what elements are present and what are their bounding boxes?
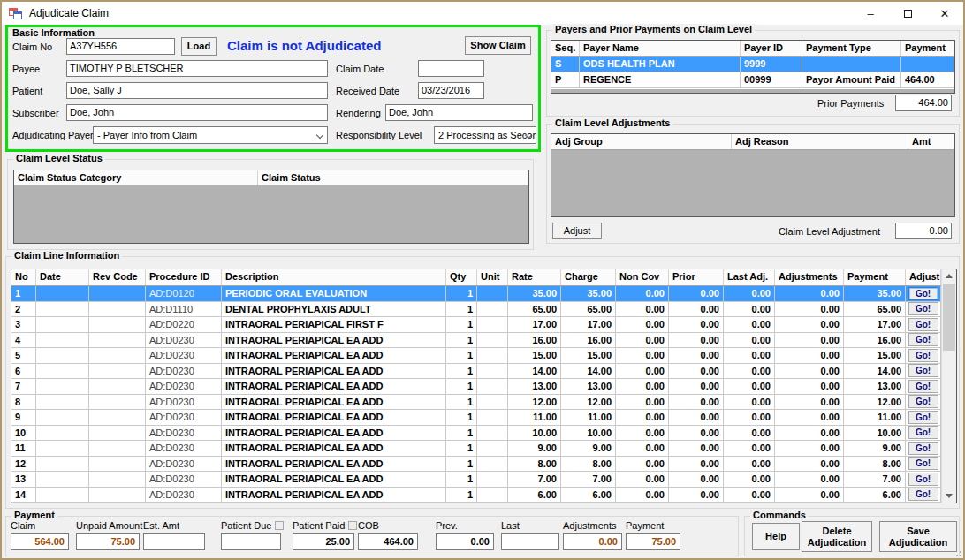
column-header[interactable]: Unit — [477, 269, 508, 285]
go-button[interactable]: Go! — [908, 349, 938, 362]
payee-input[interactable]: TIMOTHY P BLETSCHER — [66, 60, 328, 77]
delete-adjudication-button[interactable]: Delete Adjudication — [802, 521, 872, 552]
claim-line-cell — [36, 426, 89, 441]
claim-line-row[interactable]: 10AD:D0230INTRAORAL PERIAPICAL EA ADD110… — [11, 426, 941, 442]
go-button[interactable]: Go! — [908, 364, 938, 377]
scroll-up-button[interactable] — [942, 269, 956, 283]
go-button[interactable]: Go! — [908, 473, 938, 486]
maximize-button[interactable] — [889, 2, 926, 25]
responsibility-level-dropdown[interactable]: 2 Processing as Second — [434, 126, 536, 144]
show-claim-button[interactable]: Show Claim — [465, 36, 531, 55]
claim-line-row[interactable]: 2AD:D1110DENTAL PROPHYLAXIS ADULT165.006… — [11, 302, 941, 318]
column-header[interactable]: Seq. — [551, 41, 580, 56]
go-button[interactable]: Go! — [908, 442, 938, 455]
save-adjudication-button[interactable]: Save Adjudication — [879, 521, 957, 552]
column-header[interactable]: Description — [222, 269, 446, 285]
column-header[interactable]: Rev Code — [89, 269, 146, 285]
scrollbar-thumb[interactable] — [943, 284, 955, 351]
column-header[interactable]: Prior — [669, 269, 724, 285]
payment-field-input[interactable]: 25.00 — [293, 533, 354, 550]
go-button[interactable]: Go! — [908, 395, 938, 408]
column-header[interactable]: Payment Type — [802, 41, 901, 56]
checkbox-icon[interactable] — [275, 521, 284, 530]
claim-line-row[interactable]: 11AD:D0230INTRAORAL PERIAPICAL EA ADD19.… — [11, 441, 941, 457]
claim-date-input[interactable] — [418, 60, 484, 77]
payment-field-input[interactable]: 0.00 — [563, 533, 622, 550]
column-header[interactable]: No — [11, 269, 36, 285]
claim-line-row[interactable]: 12AD:D0230INTRAORAL PERIAPICAL EA ADD18.… — [11, 457, 941, 473]
payment-field-input[interactable] — [501, 533, 559, 550]
go-button[interactable]: Go! — [908, 287, 938, 300]
adjust-button[interactable]: Adjust — [552, 223, 602, 239]
claim-line-row[interactable]: 1AD:D0120PERIODIC ORAL EVALUATION135.003… — [11, 286, 941, 302]
column-header[interactable]: Claim Status Category — [14, 170, 258, 185]
column-header[interactable]: Adj Group — [551, 134, 732, 149]
adjudicating-payer-dropdown[interactable]: - Payer Info from Claim — [93, 126, 328, 144]
claim-line-cell — [477, 364, 508, 379]
column-header[interactable]: Date — [36, 269, 89, 285]
column-header[interactable]: Payer Name — [580, 41, 741, 56]
claim-line-row[interactable]: 4AD:D0230INTRAORAL PERIAPICAL EA ADD116.… — [11, 333, 941, 349]
scroll-down-button[interactable] — [942, 489, 956, 503]
payment-field-input[interactable]: 0.00 — [436, 533, 494, 550]
claim-line-row[interactable]: 6AD:D0230INTRAORAL PERIAPICAL EA ADD114.… — [11, 364, 941, 380]
claim-line-row[interactable]: 7AD:D0230INTRAORAL PERIAPICAL EA ADD113.… — [11, 379, 941, 395]
payment-field-input[interactable]: 564.00 — [11, 533, 69, 550]
patient-input[interactable]: Doe, Sally J — [66, 82, 328, 99]
claim-line-cell: INTRAORAL PERIAPICAL EA ADD — [222, 379, 446, 394]
go-button[interactable]: Go! — [908, 318, 938, 331]
column-header[interactable]: Last Adj. — [724, 269, 775, 285]
checkbox-icon[interactable] — [348, 521, 357, 530]
resize-grip-icon[interactable] — [954, 549, 961, 556]
payer-row[interactable]: SODS HEALTH PLAN9999 — [551, 57, 954, 72]
column-header[interactable]: Claim Status — [258, 170, 528, 185]
claim-line-cell: 6 — [11, 364, 36, 379]
column-header[interactable]: Payment — [901, 41, 954, 56]
go-button[interactable]: Go! — [908, 411, 938, 424]
column-header[interactable]: Payer ID — [741, 41, 802, 56]
column-header[interactable]: Amt — [908, 134, 954, 149]
payment-field-input[interactable]: 464.00 — [358, 533, 418, 550]
claim-no-input[interactable]: A37YH556 — [66, 38, 175, 55]
go-button[interactable]: Go! — [908, 488, 938, 501]
column-header[interactable]: Charge — [561, 269, 616, 285]
column-header[interactable]: Qty — [446, 269, 477, 285]
prior-payments-field[interactable]: 464.00 — [895, 95, 952, 111]
payment-field-input[interactable]: 75.00 — [76, 533, 140, 550]
column-header[interactable]: Adjust — [906, 269, 941, 285]
claim-line-row[interactable]: 8AD:D0230INTRAORAL PERIAPICAL EA ADD112.… — [11, 395, 941, 411]
go-button[interactable]: Go! — [908, 333, 938, 346]
payment-field-value: 75.00 — [110, 536, 135, 547]
load-button[interactable]: Load — [181, 37, 217, 56]
go-button[interactable]: Go! — [908, 457, 938, 470]
payment-field-input[interactable] — [221, 533, 281, 550]
payment-field-input[interactable]: 75.00 — [626, 533, 680, 550]
subscriber-input[interactable]: Doe, John — [66, 104, 328, 121]
rendering-input[interactable]: Doe, John — [385, 104, 533, 121]
claim-line-row[interactable]: 9AD:D0230INTRAORAL PERIAPICAL EA ADD111.… — [11, 410, 941, 426]
claim-line-row[interactable]: 13AD:D0230INTRAORAL PERIAPICAL EA ADD17.… — [11, 472, 941, 488]
column-header[interactable]: Procedure ID — [146, 269, 222, 285]
go-button[interactable]: Go! — [908, 426, 938, 439]
close-button[interactable]: ✕ — [926, 2, 963, 25]
column-header[interactable]: Adj Reason — [732, 134, 908, 149]
received-date-input[interactable]: 03/23/2016 — [418, 82, 484, 99]
vertical-scrollbar[interactable] — [941, 269, 956, 503]
column-header[interactable]: Adjustments — [775, 269, 844, 285]
column-header[interactable]: Non Cov — [616, 269, 669, 285]
minimize-button[interactable]: – — [852, 2, 889, 25]
payer-row[interactable]: PREGENCE00999Payor Amount Paid464.00 — [551, 72, 954, 88]
payer-cell: REGENCE — [580, 72, 741, 87]
column-header[interactable]: Rate — [508, 269, 561, 285]
go-button[interactable]: Go! — [908, 302, 938, 315]
claim-level-adjustment-field[interactable]: 0.00 — [895, 223, 952, 239]
claim-line-row[interactable]: 3AD:D0220INTRAORAL PERIAPICAL FIRST F117… — [11, 317, 941, 333]
help-button[interactable]: Help — [752, 523, 800, 550]
payment-field-input[interactable] — [143, 533, 205, 550]
column-header[interactable]: Payment — [844, 269, 906, 285]
titlebar[interactable]: Adjudicate Claim – ✕ — [2, 2, 963, 25]
claim-line-cell: 0.00 — [775, 379, 844, 394]
claim-line-row[interactable]: 14AD:D0230INTRAORAL PERIAPICAL EA ADD16.… — [11, 488, 941, 503]
claim-line-row[interactable]: 5AD:D0230INTRAORAL PERIAPICAL EA ADD115.… — [11, 348, 941, 364]
go-button[interactable]: Go! — [908, 380, 938, 393]
